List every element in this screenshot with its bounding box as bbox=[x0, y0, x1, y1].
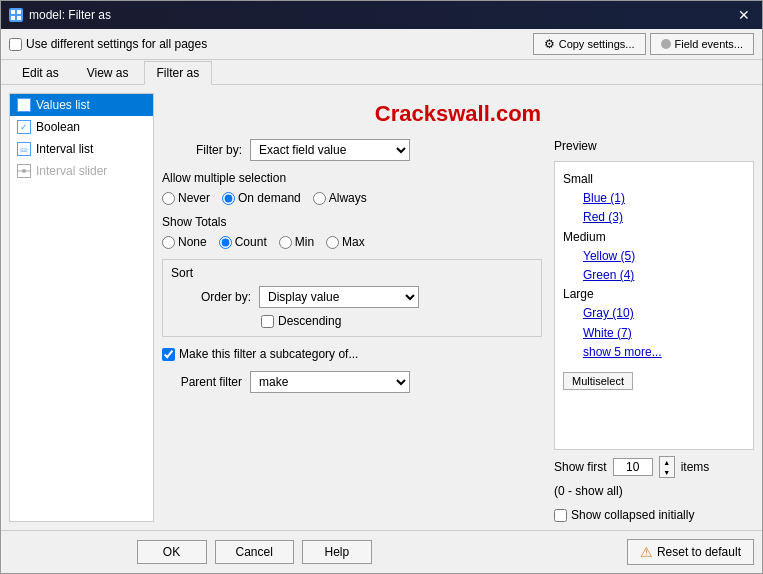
preview-yellow[interactable]: Yellow (5) bbox=[563, 247, 745, 266]
always-radio-label[interactable]: Always bbox=[313, 191, 367, 205]
form-area: Filter by: Exact field value Allow multi… bbox=[162, 139, 542, 522]
order-by-label: Order by: bbox=[171, 290, 251, 304]
svg-point-5 bbox=[22, 169, 26, 173]
none-radio-label[interactable]: None bbox=[162, 235, 207, 249]
show-collapsed-row: Show collapsed initially bbox=[554, 508, 754, 522]
bottom-bar: OK Cancel Help ⚠ Reset to default bbox=[1, 530, 762, 573]
preview-show-more[interactable]: show 5 more... bbox=[563, 343, 745, 362]
svg-rect-2 bbox=[11, 16, 15, 20]
show-all-hint: (0 - show all) bbox=[554, 484, 754, 498]
preview-green[interactable]: Green (4) bbox=[563, 266, 745, 285]
sidebar-item-interval-list[interactable]: ≤≥ Interval list bbox=[10, 138, 153, 160]
parent-filter-row: Parent filter make bbox=[162, 371, 542, 393]
left-panel: Values list ✓ Boolean ≤≥ Interval list bbox=[9, 93, 154, 522]
allow-multiple-section: Allow multiple selection Never On demand bbox=[162, 171, 542, 205]
show-totals-label: Show Totals bbox=[162, 215, 542, 229]
ok-button[interactable]: OK bbox=[137, 540, 207, 564]
reset-button[interactable]: ⚠ Reset to default bbox=[627, 539, 754, 565]
svg-rect-3 bbox=[17, 16, 21, 20]
sidebar-item-boolean[interactable]: ✓ Boolean bbox=[10, 116, 153, 138]
count-radio[interactable] bbox=[219, 236, 232, 249]
tab-view-as[interactable]: View as bbox=[74, 61, 142, 85]
filter-by-row: Filter by: Exact field value bbox=[162, 139, 542, 161]
preview-label: Preview bbox=[554, 139, 754, 153]
tabs-bar: Edit as View as Filter as bbox=[1, 60, 762, 85]
never-radio[interactable] bbox=[162, 192, 175, 205]
count-radio-label[interactable]: Count bbox=[219, 235, 267, 249]
top-bar: Use different settings for all pages ⚙ C… bbox=[1, 29, 762, 60]
never-radio-label[interactable]: Never bbox=[162, 191, 210, 205]
show-first-up[interactable]: ▲ bbox=[660, 457, 674, 467]
preview-white[interactable]: White (7) bbox=[563, 324, 745, 343]
interval-slider-icon bbox=[16, 163, 32, 179]
field-events-button[interactable]: Field events... bbox=[650, 33, 754, 55]
different-settings-checkbox[interactable] bbox=[9, 38, 22, 51]
max-radio-label[interactable]: Max bbox=[326, 235, 365, 249]
different-settings-label[interactable]: Use different settings for all pages bbox=[9, 37, 207, 51]
right-panel: Crackswall.com Filter by: Exact field va… bbox=[162, 93, 754, 522]
tab-edit-as[interactable]: Edit as bbox=[9, 61, 72, 85]
sort-title: Sort bbox=[171, 266, 533, 280]
parent-filter-label: Parent filter bbox=[162, 375, 242, 389]
dialog-window: model: Filter as ✕ Use different setting… bbox=[0, 0, 763, 574]
sidebar-item-values-list[interactable]: Values list bbox=[10, 94, 153, 116]
allow-multiple-label: Allow multiple selection bbox=[162, 171, 542, 185]
sidebar-item-interval-slider[interactable]: Interval slider bbox=[10, 160, 153, 182]
min-radio-label[interactable]: Min bbox=[279, 235, 314, 249]
tab-filter-as[interactable]: Filter as bbox=[144, 61, 213, 85]
show-collapsed-label: Show collapsed initially bbox=[571, 508, 694, 522]
max-radio[interactable] bbox=[326, 236, 339, 249]
order-by-select[interactable]: Display value bbox=[259, 286, 419, 308]
show-first-down[interactable]: ▼ bbox=[660, 467, 674, 477]
copy-settings-button[interactable]: ⚙ Copy settings... bbox=[533, 33, 646, 55]
cancel-button[interactable]: Cancel bbox=[215, 540, 294, 564]
gear-icon: ⚙ bbox=[544, 37, 555, 51]
filter-by-select[interactable]: Exact field value bbox=[250, 139, 410, 161]
filter-by-label: Filter by: bbox=[162, 143, 242, 157]
preview-gray[interactable]: Gray (10) bbox=[563, 304, 745, 323]
circle-icon bbox=[661, 39, 671, 49]
min-radio[interactable] bbox=[279, 236, 292, 249]
boolean-icon: ✓ bbox=[16, 119, 32, 135]
close-button[interactable]: ✕ bbox=[734, 5, 754, 25]
parent-filter-select[interactable]: make bbox=[250, 371, 410, 393]
on-demand-radio[interactable] bbox=[222, 192, 235, 205]
preview-red[interactable]: Red (3) bbox=[563, 208, 745, 227]
title-bar: model: Filter as ✕ bbox=[1, 1, 762, 29]
preview-area: Preview Small Blue (1) Red (3) Medium Ye… bbox=[554, 139, 754, 522]
values-list-icon bbox=[16, 97, 32, 113]
sort-section: Sort Order by: Display value Descending bbox=[162, 259, 542, 337]
help-button[interactable]: Help bbox=[302, 540, 372, 564]
warning-icon: ⚠ bbox=[640, 544, 653, 560]
preview-box: Small Blue (1) Red (3) Medium Yellow (5)… bbox=[554, 161, 754, 450]
show-first-input[interactable] bbox=[613, 458, 653, 476]
show-first-row: Show first ▲ ▼ items bbox=[554, 456, 754, 478]
interval-list-icon: ≤≥ bbox=[16, 141, 32, 157]
on-demand-radio-label[interactable]: On demand bbox=[222, 191, 301, 205]
show-totals-section: Show Totals None Count bbox=[162, 215, 542, 249]
descending-checkbox[interactable] bbox=[261, 315, 274, 328]
show-first-label: Show first bbox=[554, 460, 607, 474]
main-content: Values list ✓ Boolean ≤≥ Interval list bbox=[1, 85, 762, 530]
subcategory-row: Make this filter a subcategory of... bbox=[162, 347, 542, 361]
svg-rect-0 bbox=[11, 10, 15, 14]
svg-rect-1 bbox=[17, 10, 21, 14]
descending-label: Descending bbox=[278, 314, 341, 328]
preview-large: Large bbox=[563, 285, 745, 304]
preview-blue[interactable]: Blue (1) bbox=[563, 189, 745, 208]
watermark: Crackswall.com bbox=[162, 93, 754, 139]
always-radio[interactable] bbox=[313, 192, 326, 205]
none-radio[interactable] bbox=[162, 236, 175, 249]
multiselect-button[interactable]: Multiselect bbox=[563, 372, 633, 390]
app-icon bbox=[9, 8, 23, 22]
show-collapsed-checkbox[interactable] bbox=[554, 509, 567, 522]
order-by-row: Order by: Display value bbox=[171, 286, 533, 308]
preview-medium: Medium bbox=[563, 228, 745, 247]
subcategory-label: Make this filter a subcategory of... bbox=[179, 347, 358, 361]
items-label: items bbox=[681, 460, 710, 474]
dialog-title: model: Filter as bbox=[29, 8, 111, 22]
preview-small: Small bbox=[563, 170, 745, 189]
subcategory-checkbox[interactable] bbox=[162, 348, 175, 361]
